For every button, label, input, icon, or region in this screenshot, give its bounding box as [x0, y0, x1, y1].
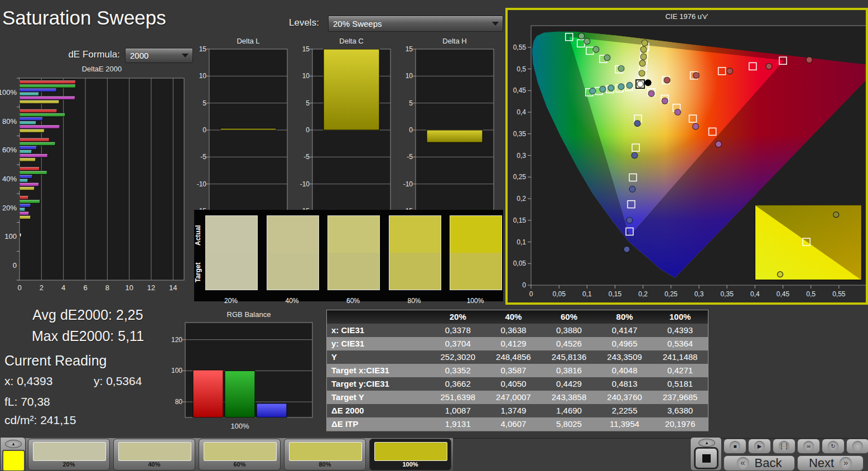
- pattern-button-80%[interactable]: 80%: [284, 439, 366, 470]
- row-label: ΔE 2000: [327, 404, 430, 417]
- de-formula-dropdown[interactable]: 2000: [125, 48, 193, 63]
- cell-value: 0,4147: [597, 324, 653, 337]
- next-button[interactable]: Next »: [797, 455, 864, 471]
- up-arrow-icon: ▲: [11, 441, 16, 446]
- delta-l-chart: Delta L-15-10-5051015100%: [194, 37, 290, 227]
- pattern-swatch: [374, 442, 447, 461]
- svg-text:0,3: 0,3: [695, 290, 704, 298]
- svg-text:80%: 80%: [2, 117, 17, 126]
- cell-value: 0,3638: [486, 324, 542, 337]
- chevron-down-icon: [182, 54, 189, 57]
- row-label: Target x:CIE31: [327, 364, 430, 377]
- calibration-app-window: Saturation Sweeps dE Formula: 2000 Level…: [0, 0, 868, 471]
- pattern-swatch: [33, 442, 106, 461]
- svg-text:20%: 20%: [2, 204, 17, 212]
- row-label: Y: [327, 350, 430, 364]
- cell-value: 0,4129: [486, 337, 542, 350]
- pattern-label: 40%: [114, 461, 195, 468]
- actual-swatch: [267, 215, 319, 253]
- levels-dropdown[interactable]: 20% Sweeps: [328, 16, 503, 32]
- control-popup-button[interactable]: ▲: [698, 439, 715, 447]
- de-formula-value: 2000: [126, 51, 182, 60]
- measure-control-cluster: ▲: [690, 437, 722, 471]
- svg-text:0,4: 0,4: [517, 108, 526, 116]
- refresh-button[interactable]: ↻: [822, 439, 845, 454]
- svg-text:0,55: 0,55: [513, 44, 527, 51]
- actual-swatch: [450, 215, 502, 253]
- levels-label: Levels:: [289, 17, 319, 28]
- cell-value: 0,3880: [541, 324, 597, 337]
- actual-swatch: [327, 215, 380, 253]
- swatch-percent-label: 60%: [327, 297, 379, 305]
- cell-value: 248,4856: [486, 350, 542, 364]
- svg-text:60%: 60%: [2, 146, 17, 154]
- delta-c-chart: Delta C-15-10-5051015100%: [297, 37, 393, 227]
- play-button[interactable]: ▶: [748, 439, 771, 454]
- pattern-button-40%[interactable]: 40%: [113, 439, 195, 470]
- pattern-popup-button[interactable]: ▲: [5, 440, 22, 448]
- page-title: Saturation Sweeps: [2, 7, 166, 29]
- svg-text:DeltaE 2000: DeltaE 2000: [82, 65, 122, 73]
- back-button[interactable]: « Back: [724, 455, 795, 471]
- actual-target-swatch-panel: Actual Target 20%40%60%80%100%: [194, 210, 503, 301]
- target-swatch: [450, 253, 502, 290]
- pattern-swatch: [204, 442, 277, 461]
- table-row: Target Y251,6398247,0007243,3858240,3760…: [327, 391, 708, 404]
- svg-text:0,3: 0,3: [517, 152, 526, 160]
- svg-text:Delta L: Delta L: [237, 37, 259, 45]
- refresh-icon: ↻: [828, 441, 838, 451]
- svg-text:0,1: 0,1: [582, 290, 592, 298]
- svg-text:5: 5: [202, 99, 206, 107]
- swatch-percent-label: 40%: [267, 297, 318, 305]
- svg-text:14: 14: [169, 283, 177, 292]
- pattern-button-100%[interactable]: 100%: [369, 439, 451, 470]
- svg-text:120: 120: [171, 336, 182, 344]
- pattern-button-60%[interactable]: 60%: [199, 439, 281, 470]
- delta-h-chart: Delta H-15-10-5051015100%: [400, 37, 496, 227]
- chevron-right-icon: »: [840, 457, 852, 469]
- svg-text:0: 0: [202, 126, 206, 134]
- svg-text:0,2: 0,2: [638, 290, 648, 298]
- swatch-percent-label: 80%: [389, 297, 440, 305]
- svg-text:8: 8: [105, 283, 109, 292]
- cell-value: 0,5181: [652, 377, 708, 391]
- svg-text:40%: 40%: [2, 175, 17, 183]
- table-header-row: 20%40%60%80%100%: [327, 310, 708, 324]
- table-row: x: CIE310,33780,36380,38800,41470,4393: [327, 324, 708, 337]
- pattern-button-20%[interactable]: 20%: [28, 439, 110, 470]
- loop-button[interactable]: ∞: [797, 439, 820, 454]
- svg-text:0,15: 0,15: [513, 217, 527, 224]
- target-swatch: [389, 253, 441, 290]
- cell-value: 60%: [541, 310, 597, 324]
- svg-text:-10: -10: [197, 180, 207, 188]
- cell-value: 247,0007: [486, 391, 542, 404]
- svg-text:15: 15: [199, 45, 207, 53]
- svg-text:0: 0: [522, 281, 526, 289]
- cie-chart-panel[interactable]: CIE 1976 u'v' 00,050,10,150,20,250,30,35…: [505, 8, 868, 305]
- stop-measure-button[interactable]: [694, 447, 718, 469]
- cell-value: 5,8025: [541, 417, 597, 431]
- table-row: Target y:CIE310,36620,40500,44290,48130,…: [327, 377, 708, 391]
- svg-text:0,45: 0,45: [513, 86, 527, 94]
- table-row: y: CIE310,37040,41290,45260,49650,5364: [327, 337, 708, 350]
- target-swatch: [205, 253, 258, 290]
- actual-swatch: [389, 215, 441, 253]
- range-button[interactable]: [··]: [773, 439, 795, 454]
- cell-value: 3,6380: [652, 404, 708, 417]
- stop-button[interactable]: ■: [724, 439, 746, 454]
- row-label: ΔE ITP: [327, 417, 430, 431]
- loop-icon: ∞: [803, 441, 814, 451]
- chevron-down-icon: [492, 22, 499, 26]
- svg-text:0: 0: [17, 283, 21, 292]
- range-icon: [··]: [779, 441, 789, 451]
- blank-button[interactable]: [846, 439, 868, 454]
- cell-value: 20,1976: [652, 417, 708, 431]
- max-de2000-value: Max dE2000: 5,11: [0, 328, 176, 344]
- svg-text:0,05: 0,05: [513, 259, 527, 267]
- pattern-preview-swatch[interactable]: [2, 450, 25, 471]
- cell-value: 243,3858: [541, 391, 597, 404]
- de-formula-label: dE Formula:: [33, 49, 120, 60]
- cell-value: 1,4690: [541, 404, 597, 417]
- pattern-swatch: [118, 442, 191, 461]
- svg-text:100%: 100%: [230, 422, 249, 430]
